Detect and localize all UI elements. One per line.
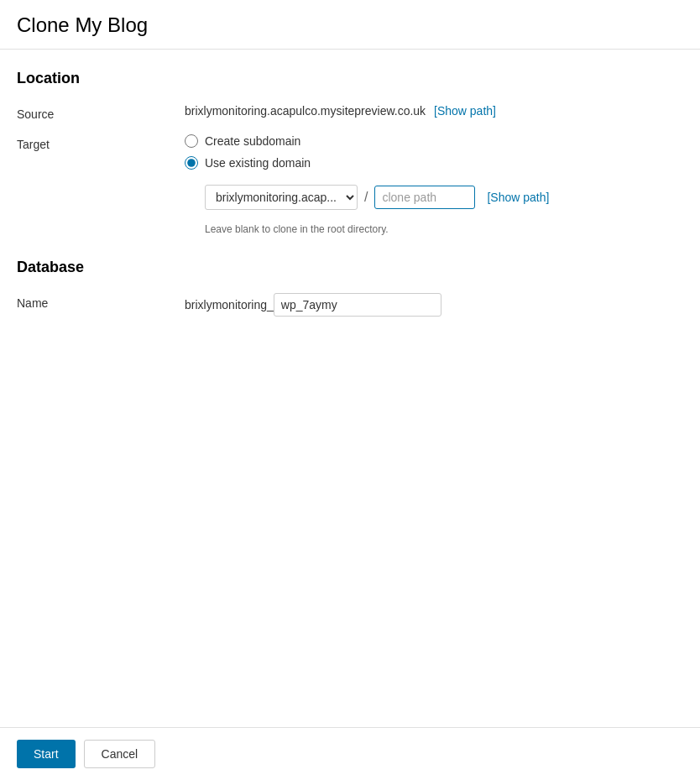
source-show-path-link[interactable]: [Show path] [434,104,496,118]
target-radio-group: Create subdomain Use existing domain bri… [185,134,683,235]
cancel-button[interactable]: Cancel [84,740,156,768]
page-title: Clone My Blog [17,13,683,37]
clone-path-input[interactable] [374,186,475,209]
page-footer: Start Cancel [0,727,700,780]
source-domain: brixlymonitoring.acapulco.mysitepreview.… [185,104,426,118]
domain-select[interactable]: brixlymonitoring.acap... [205,185,358,210]
domain-path-row: brixlymonitoring.acap... / [Show path] [205,185,683,210]
source-value-container: brixlymonitoring.acapulco.mysitepreview.… [185,104,683,118]
db-name-row: Name brixlymonitoring_ [17,293,683,317]
use-existing-domain-option[interactable]: Use existing domain [185,156,683,170]
db-prefix: brixlymonitoring_ [185,298,274,311]
source-label: Source [17,104,185,121]
database-section-title: Database [17,259,683,276]
path-separator: / [364,190,368,205]
location-section-title: Location [17,70,683,87]
create-subdomain-radio[interactable] [185,134,198,148]
db-name-value-container: brixlymonitoring_ [185,293,683,317]
start-button[interactable]: Start [17,740,76,768]
clone-path-show-path-link[interactable]: [Show path] [487,191,549,204]
page-content: Location Source brixlymonitoring.acapulc… [0,50,700,350]
target-label: Target [17,134,185,151]
use-existing-domain-radio[interactable] [185,156,198,170]
clone-path-hint: Leave blank to clone in the root directo… [205,223,683,235]
page-header: Clone My Blog [0,0,700,50]
db-name-label: Name [17,293,185,310]
target-options: Create subdomain Use existing domain bri… [185,134,683,235]
section-divider: Database [17,259,683,276]
source-row: Source brixlymonitoring.acapulco.mysitep… [17,104,683,121]
create-subdomain-label: Create subdomain [205,134,300,148]
create-subdomain-option[interactable]: Create subdomain [185,134,683,148]
db-suffix-input[interactable] [274,293,441,317]
target-row: Target Create subdomain Use existing dom… [17,134,683,235]
use-existing-domain-label: Use existing domain [205,156,311,170]
